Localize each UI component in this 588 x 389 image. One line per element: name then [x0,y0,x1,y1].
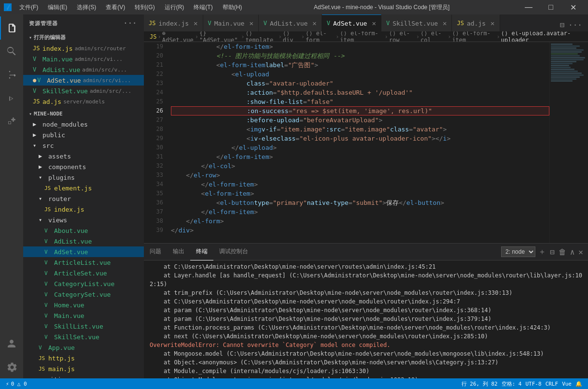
activity-search[interactable] [0,40,23,63]
folder-views[interactable]: ▾ views [23,215,144,225]
activity-explorer[interactable] [0,16,23,40]
breadcrumb-elformitem[interactable]: ⟨⟩ el-form-item [340,31,383,42]
code-content[interactable]: 19 20 21 22 23 24 25 26 27 28 29 30 31 3… [144,42,549,243]
menu-goto[interactable]: 转到(G) [131,2,158,13]
tab-adsetvue[interactable]: V AdSet.vue ✕ [322,14,381,31]
file-skilllistvue[interactable]: V SkillList.vue [23,321,144,331]
file-gitignore[interactable]: ◆ .gitignore [23,374,144,378]
sidebar-menu-icon[interactable]: ··· [123,18,138,28]
code-lines[interactable]: </el-form-item> <!-- 图片功能与技能模块创建过程相同 -->… [167,42,549,243]
folder-src[interactable]: ▾ src [23,140,144,151]
file-mainjs[interactable]: JS main.js [23,363,144,374]
breadcrumb-elcol[interactable]: ⟨⟩ el-col [420,31,447,42]
breadcrumb-template[interactable]: ⟨⟩ template [245,31,277,42]
folder-router[interactable]: ▾ router [23,193,144,204]
open-editor-adset-vue[interactable]: ● V AdSet.vue admin/src/vi... ✕ [23,75,144,86]
file-homevue[interactable]: V Home.vue [23,300,144,310]
file-label: CategorySet.vue [54,291,111,298]
folder-public[interactable]: ▶ public [23,130,144,140]
close-button[interactable]: ✕ [562,0,584,14]
breadcrumb-elrow[interactable]: ⟨⟩ el-row [389,31,415,42]
file-aboutvue[interactable]: V About.vue [23,225,144,236]
breadcrumb-js[interactable]: JS [150,33,156,40]
tab-indexjs[interactable]: JS index.js ✕ [144,14,203,31]
panel-add-icon[interactable]: ＋ [537,246,547,258]
code-line-26: :on-success="res => $set(item, 'image', … [171,106,549,115]
activity-settings[interactable] [0,355,23,378]
breadcrumb-elformitem2[interactable]: ⟨⟩ el-form-item [452,31,495,42]
file-appvue[interactable]: V App.vue [23,342,144,353]
folder-node-modules[interactable]: ▶ node_modules [23,119,144,130]
open-editors-section[interactable]: ▾ 打开的编辑器 [23,32,144,43]
activity-debug[interactable] [0,86,23,109]
menu-run[interactable]: 运行(R) [161,2,188,13]
open-editor-adjs[interactable]: JS ad.js server/models [23,96,144,107]
file-adlistvue[interactable]: V AdList.vue [23,236,144,246]
tab-close-icon[interactable]: ✕ [249,19,253,27]
menu-view[interactable]: 查看(V) [102,2,129,13]
status-notifications[interactable]: 🔔 [574,378,584,389]
open-editor-index-js[interactable]: JS index.js admin/src/router [23,43,144,54]
tab-mainvue[interactable]: V Main.vue ✕ [203,14,259,31]
tab-close-icon[interactable]: ✕ [443,19,447,27]
folder-plugins[interactable]: ▾ plugins [23,172,144,183]
split-editor-icon[interactable]: ⊟ [558,18,566,31]
tab-close-icon[interactable]: ✕ [490,19,494,27]
status-language[interactable]: Vue [560,378,574,389]
file-mainvue[interactable]: V Main.vue [23,310,144,321]
maximize-button[interactable]: □ [540,0,562,14]
panel-trash-icon[interactable]: 🗑 [558,246,567,258]
tab-skillsetvue[interactable]: V SkillSet.vue ✕ [381,14,452,31]
tab-close-icon[interactable]: ✕ [194,19,197,27]
panel-tab-problems[interactable]: 问题 [144,244,167,260]
panel-tab-terminal[interactable]: 终端 [190,244,213,260]
file-categorysetvue[interactable]: V CategorySet.vue [23,289,144,300]
activity-account[interactable] [0,332,23,355]
tab-adjs[interactable]: JS ad.js ✕ [452,14,500,31]
file-articlelistvue[interactable]: V ArticleList.vue [23,257,144,268]
open-editor-main-vue[interactable]: V Main.vue admin/src/vi... [23,54,144,64]
activity-source-control[interactable] [0,63,23,86]
breadcrumb-elform[interactable]: ⟨⟩ el-form [306,31,335,42]
open-editor-skillset-vue[interactable]: V SkillSet.vue admin/src/... [23,86,144,96]
menu-edit[interactable]: 编辑(E) [44,2,71,13]
file-adsetvue[interactable]: V AdSet.vue [23,246,144,257]
breadcrumb-div[interactable]: ⟨⟩ div [283,31,300,42]
menu-help[interactable]: 帮助(H) [219,2,246,13]
minimize-button[interactable]: — [518,0,540,14]
activity-extensions[interactable] [0,109,23,132]
status-spaces[interactable]: 空格: 4 [500,378,524,389]
open-editor-adlist-vue[interactable]: V AdList.vue admin/src/v... [23,64,144,75]
breadcrumb-elupload[interactable]: ⟨⟩ el-upload.avatar-uploader [501,31,582,42]
folder-components[interactable]: ▶ components [23,161,144,172]
file-httpjs[interactable]: JS http.js [23,353,144,363]
status-eol[interactable]: CRLF [544,378,560,389]
menu-file[interactable]: 文件(F) [15,2,42,13]
file-indexjs[interactable]: JS index.js [23,204,144,215]
status-encoding[interactable]: UTF-8 [524,378,544,389]
menu-select[interactable]: 选择(S) [73,2,100,13]
file-skillsetvue[interactable]: V SkillSet.vue [23,331,144,342]
file-articlesetvue[interactable]: V ArticleSet.vue [23,268,144,278]
breadcrumb-adsetvue[interactable]: ⊕ AdSet.vue [162,31,194,42]
tab-adlistvue[interactable]: V AdList.vue ✕ [259,14,322,31]
panel-tab-debug[interactable]: 调试控制台 [213,244,254,260]
panel-split-icon[interactable]: ⊟ [549,246,556,258]
tab-close-icon[interactable]: ✕ [312,19,316,27]
tab-close-icon[interactable]: ✕ [372,19,376,27]
file-elementjs[interactable]: JS element.js [23,183,144,193]
file-categorylistvue[interactable]: V CategoryList.vue [23,278,144,289]
status-position[interactable]: 行 26, 列 82 [460,378,500,389]
more-actions-icon[interactable]: ··· [566,18,584,31]
code-editor[interactable]: 19 20 21 22 23 24 25 26 27 28 29 30 31 3… [144,42,549,243]
menu-terminal[interactable]: 终端(T) [190,2,216,13]
panel-tab-output[interactable]: 输出 [167,244,190,260]
breadcrumb-obj[interactable]: {} "AdSet.vue" [199,31,240,42]
project-section[interactable]: ▾ MINE-NODE [23,109,144,119]
terminal-selector[interactable]: 2: node [501,246,535,257]
panel-close-icon[interactable]: ✕ [577,246,584,258]
terminal-content[interactable]: at C:\Users\Administrator\Desktop\mine-n… [144,260,588,378]
panel-expand-icon[interactable]: ∧ [569,246,576,258]
folder-assets[interactable]: ▶ assets [23,151,144,161]
status-errors[interactable]: ⚡ 0 △ 0 [4,378,29,389]
